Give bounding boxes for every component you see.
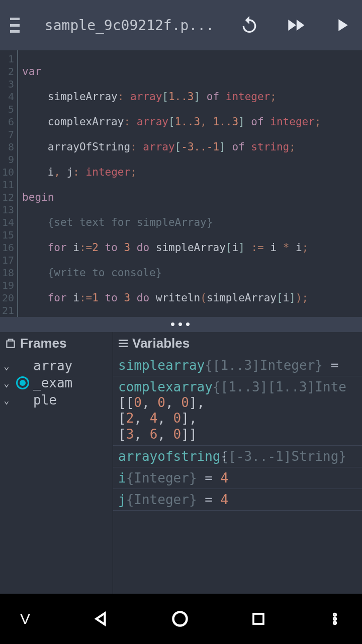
home-icon[interactable]	[171, 610, 189, 628]
frame-row[interactable]: ⌄ ple	[1, 391, 112, 409]
chevron-down-icon[interactable]: ⌄	[1, 361, 12, 371]
frame-active-indicator	[16, 376, 29, 389]
v-label: V	[20, 610, 30, 627]
code-content[interactable]: var simpleArray: array[1..3] of integer;…	[18, 50, 353, 317]
frames-panel: Frames ⌄ array ⌄ _exam ⌄ ple	[0, 332, 113, 594]
svg-rect-5	[253, 614, 263, 624]
code-editor[interactable]: 123456789101112131415161718192021 var si…	[0, 50, 362, 317]
svg-point-4	[173, 612, 187, 626]
variables-title: Variables	[132, 336, 190, 351]
frame-row[interactable]: ⌄ array	[1, 357, 112, 374]
frames-list: ⌄ array ⌄ _exam ⌄ ple	[0, 355, 113, 411]
dots-icon: •••	[169, 318, 192, 331]
variable-row[interactable]: simplearray{[1..3]Integer} =	[113, 355, 362, 376]
more-icon[interactable]: ⋮	[219, 450, 230, 462]
svg-point-6	[334, 614, 336, 616]
more-vert-icon[interactable]	[328, 612, 342, 626]
fast-forward-icon[interactable]	[285, 13, 307, 38]
variable-row[interactable]: complexarray{[1..3][1..3]Inte [[0, 0, 0]…	[113, 376, 362, 446]
restart-icon[interactable]	[239, 13, 259, 38]
frame-row[interactable]: ⌄ _exam	[1, 374, 112, 391]
variables-list: simplearray{[1..3]Integer} = complexarra…	[113, 355, 362, 511]
recent-icon[interactable]	[251, 611, 266, 626]
frames-header[interactable]: Frames	[0, 332, 113, 355]
frame-label: ple	[33, 392, 57, 408]
frames-title: Frames	[20, 336, 67, 351]
chevron-down-icon[interactable]: ⌄	[1, 378, 12, 388]
line-gutter: 123456789101112131415161718192021	[0, 50, 18, 317]
svg-rect-1	[119, 340, 128, 341]
top-toolbar: sample_9c09212f.p...	[0, 0, 362, 50]
svg-rect-2	[119, 343, 128, 344]
frame-label: array	[33, 358, 72, 373]
play-icon[interactable]	[332, 13, 352, 38]
back-icon[interactable]	[92, 610, 109, 627]
svg-point-8	[334, 622, 336, 624]
variable-row[interactable]: j{Integer} = 4	[113, 489, 362, 511]
svg-point-7	[334, 618, 336, 620]
frame-indicator	[16, 393, 29, 407]
frames-icon	[4, 337, 17, 350]
svg-rect-0	[7, 341, 14, 347]
frame-label: _exam	[33, 375, 72, 390]
menu-icon[interactable]	[10, 18, 20, 33]
variables-header[interactable]: Variables	[113, 332, 362, 355]
chevron-down-icon[interactable]: ⌄	[1, 395, 12, 406]
android-navbar: V	[0, 594, 362, 644]
svg-rect-3	[119, 346, 128, 347]
file-title[interactable]: sample_9c09212f.p...	[30, 17, 214, 34]
variables-panel: Variables simplearray{[1..3]Integer} = c…	[113, 332, 362, 594]
resize-handle[interactable]: •••	[0, 317, 362, 332]
list-icon	[117, 338, 129, 350]
variable-row[interactable]: ⋮ arrayofstring{[-3..-1]String}	[113, 446, 362, 467]
frame-indicator	[16, 359, 29, 372]
variable-row[interactable]: i{Integer} = 4	[113, 467, 362, 489]
debug-panels: Frames ⌄ array ⌄ _exam ⌄ ple Variables	[0, 332, 362, 594]
